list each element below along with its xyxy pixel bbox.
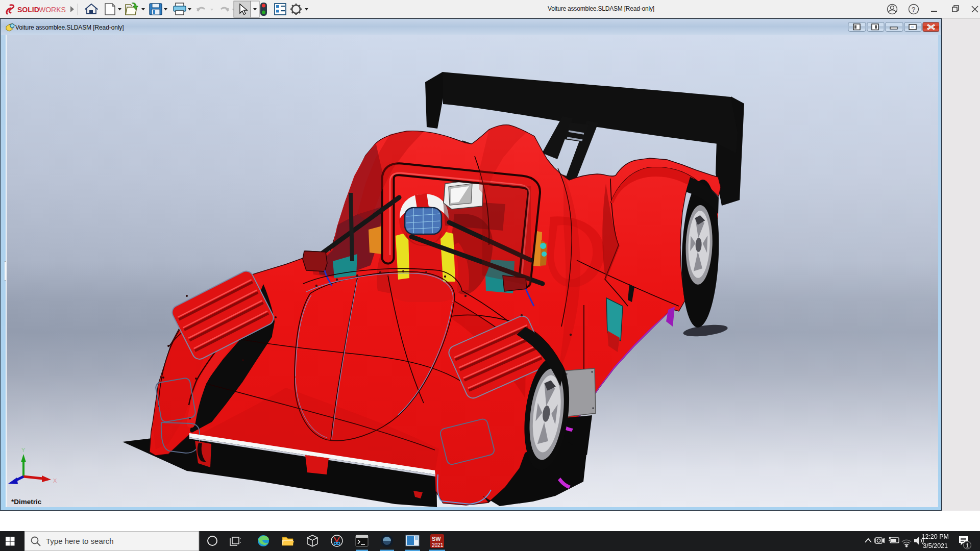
svg-text:12:20 PM: 12:20 PM [921,533,949,540]
svg-text:Type here to search: Type here to search [46,537,114,545]
svg-text:SOLID: SOLID [17,6,39,14]
svg-text:1: 1 [966,542,969,548]
svg-text:SW: SW [432,536,441,542]
svg-text:2021: 2021 [432,542,444,548]
svg-text:3/5/2021: 3/5/2021 [923,542,948,549]
svg-text:?: ? [912,6,915,13]
svg-text:Y: Y [21,447,26,453]
svg-text:X: X [53,478,57,484]
svg-text:WORKS: WORKS [39,6,66,14]
